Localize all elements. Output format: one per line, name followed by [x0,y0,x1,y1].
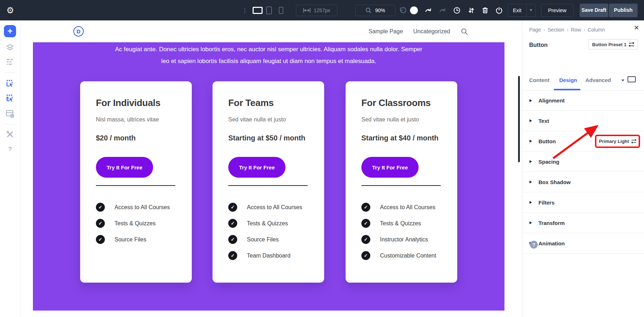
list-item[interactable]: ✓Access to All Courses [228,203,308,212]
swap-arrows-icon[interactable] [467,6,475,14]
hover-mode-icon[interactable] [5,93,15,103]
exit-button[interactable]: Exit [508,4,526,17]
tools-icon[interactable] [6,130,14,139]
card-title[interactable]: For Classrooms [361,97,441,108]
responsive-desktop-icon[interactable] [628,76,636,82]
list-item[interactable]: ✓Tests & Quizzes [361,219,441,228]
list-item[interactable]: ✓Tests & Quizzes [228,219,308,228]
feature-label: Access to All Courses [380,204,435,211]
history-clock-icon[interactable] [453,6,461,14]
accordion-button[interactable]: Button Primary Light [522,131,644,152]
accordion-label: Box Shadow [538,179,571,185]
page-settings-icon[interactable] [5,109,15,119]
chevron-right-icon [530,221,532,224]
button-preset-selector[interactable]: Button Preset 1 [588,39,638,49]
undo-icon[interactable] [399,6,406,14]
card-divider [228,185,308,186]
chevron-down-icon[interactable] [621,80,624,81]
exit-dropdown-toggle[interactable] [526,4,536,17]
breadcrumb-column[interactable]: Column [587,27,605,33]
redo-icon[interactable] [424,6,432,14]
site-logo: D [73,26,84,37]
settings-tabs: Content Design Advanced [522,74,644,90]
try-it-free-button[interactable]: Try It For Free [361,157,419,178]
breadcrumb-separator: › [567,27,569,33]
list-item[interactable]: ✓Tests & Quizzes [96,219,176,228]
accordion-label: Animation [538,240,565,246]
wireframe-view-icon[interactable] [6,58,14,66]
card-title[interactable]: For Individuals [96,97,176,108]
check-icon: ✓ [96,203,105,212]
canvas-width-value: 1257px [314,8,330,13]
try-it-free-button[interactable]: Try It For Free [228,157,286,178]
publish-button[interactable]: Publish [609,4,638,17]
accordion-text[interactable]: Text [522,111,644,131]
card-subtitle[interactable]: Sed vitae nulla et justo [228,116,308,124]
list-item[interactable]: ✓Access to All Courses [361,203,441,212]
feature-list: ✓Access to All Courses ✓Tests & Quizzes … [96,203,176,244]
save-draft-button[interactable]: Save Draft [580,4,608,17]
accordion-box-shadow[interactable]: Box Shadow [522,172,644,192]
close-icon[interactable]: × [634,23,639,32]
try-it-free-button[interactable]: Try It For Free [96,157,153,178]
card-price[interactable]: Starting at $50 / month [228,134,308,142]
check-icon: ✓ [228,235,237,244]
canvas-width-input[interactable]: 1257px [296,5,337,16]
card-subtitle[interactable]: Nisl massa, ultrices vitae [96,116,176,124]
redo-secondary-icon[interactable] [439,6,447,14]
settings-gear-icon[interactable]: ⚙ [0,0,20,20]
list-item[interactable]: ✓Instructor Analytics [361,235,441,244]
rail-help-icon[interactable]: ? [8,146,12,153]
portability-power-icon[interactable] [495,6,503,14]
card-subtitle[interactable]: Sed vitae nulla et justo [361,116,441,124]
accordion-animation[interactable]: Animation [522,233,644,254]
accordion-spacing[interactable]: Spacing [522,152,644,172]
click-mode-icon[interactable] [5,79,15,88]
breadcrumb-row[interactable]: Row [571,27,581,33]
check-icon: ✓ [228,219,237,228]
pricing-card-teams[interactable]: For Teams Sed vitae nulla et justo Start… [213,81,324,283]
hero-text[interactable]: Ac feugiat ante. Donec ultricies loborti… [33,42,504,67]
check-icon: ✓ [228,203,237,212]
chevron-right-icon [530,160,532,163]
panel-help-icon[interactable]: ? [530,241,538,249]
tablet-view-icon[interactable] [266,6,272,14]
check-icon: ✓ [361,203,370,212]
breadcrumb-page[interactable]: Page [529,27,541,33]
accordion-label: Text [538,118,549,124]
breadcrumb-section[interactable]: Section [547,27,564,33]
list-item[interactable]: ✓Source Files [228,235,308,244]
canvas-scrollbar[interactable] [518,76,520,162]
tab-advanced[interactable]: Advanced [585,77,611,83]
preview-button[interactable]: Preview [541,4,574,17]
hero-line-1: Ac feugiat ante. Donec ultricies loborti… [33,43,504,55]
hero-line-2: leo et sapien lobortis facilisis aliquam… [33,55,504,67]
tab-content[interactable]: Content [529,77,550,83]
history-state-dot[interactable] [410,6,418,14]
card-title[interactable]: For Teams [228,97,308,108]
accordion-alignment[interactable]: Alignment [522,90,644,111]
accordion-transform[interactable]: Transform [522,213,644,233]
list-item[interactable]: ✓Customizable Content [361,251,441,260]
primary-light-preset-chip[interactable]: Primary Light [595,135,640,148]
list-item[interactable]: ✓Source Files [96,235,176,244]
card-divider [96,185,175,186]
list-item[interactable]: ✓Team Dashboard [228,251,308,260]
phone-view-icon[interactable] [279,7,283,14]
feature-label: Access to All Courses [247,204,302,211]
accordion-filters[interactable]: Filters [522,192,644,213]
desktop-view-icon[interactable] [253,7,263,14]
tab-design[interactable]: Design [559,77,577,83]
zoom-control[interactable]: 90% [355,5,395,16]
pricing-card-classrooms[interactable]: For Classrooms Sed vitae nulla et justo … [346,81,457,283]
search-icon[interactable] [461,28,468,37]
trash-icon[interactable] [481,6,489,14]
add-module-button[interactable]: + [4,25,16,37]
card-price[interactable]: $20 / month [96,134,176,142]
pricing-card-individuals[interactable]: For Individuals Nisl massa, ultrices vit… [80,81,192,283]
pricing-section[interactable]: Ac feugiat ante. Donec ultricies loborti… [33,42,504,311]
card-price[interactable]: Starting at $40 / month [361,134,441,142]
list-item[interactable]: ✓Access to All Courses [96,203,176,212]
layers-icon[interactable] [6,43,15,52]
more-options-icon[interactable]: ⋮ [242,6,248,14]
